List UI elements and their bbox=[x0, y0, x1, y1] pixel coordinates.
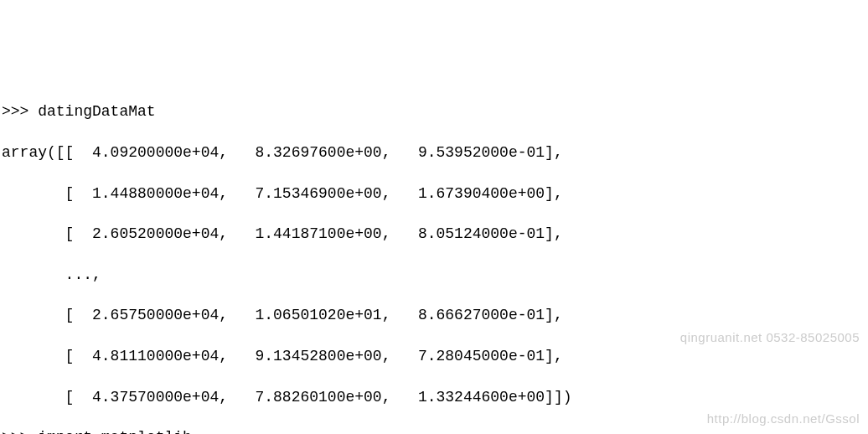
repl-output-line: [ 2.60520000e+04, 1.44187100e+00, 8.0512… bbox=[2, 224, 866, 244]
repl-output-line: [ 4.81110000e+04, 9.13452800e+00, 7.2804… bbox=[2, 346, 866, 366]
repl-output-line: [ 2.65750000e+04, 1.06501020e+01, 8.6662… bbox=[2, 305, 866, 325]
watermark-text: http://blog.csdn.net/Gssol bbox=[707, 411, 860, 427]
repl-output-line: array([[ 4.09200000e+04, 8.32697600e+00,… bbox=[2, 142, 866, 163]
repl-input-line: >>> import matplotlib bbox=[2, 427, 866, 434]
repl-output-line: ..., bbox=[2, 265, 866, 285]
repl-output-line: [ 1.44880000e+04, 7.15346900e+00, 1.6739… bbox=[2, 183, 866, 204]
python-repl-terminal[interactable]: >>> datingDataMat array([[ 4.09200000e+0… bbox=[0, 81, 868, 434]
repl-output-line: [ 4.37570000e+04, 7.88260100e+00, 1.3324… bbox=[2, 387, 866, 407]
repl-input-line: >>> datingDataMat bbox=[2, 101, 866, 121]
watermark-text: qingruanit.net 0532-85025005 bbox=[680, 329, 860, 346]
